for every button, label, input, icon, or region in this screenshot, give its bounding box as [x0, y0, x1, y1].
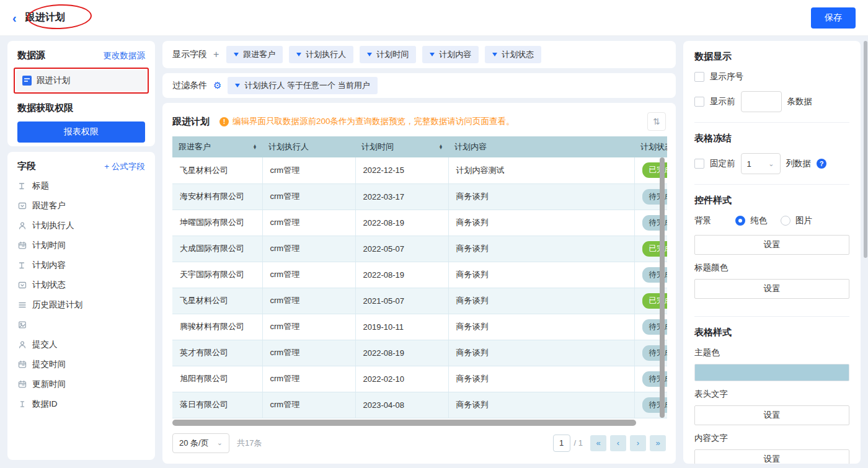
page-title: 跟进计划: [25, 11, 65, 24]
person-icon: [17, 221, 27, 231]
display-field-chip[interactable]: 计划内容: [422, 46, 479, 63]
field-item[interactable]: 数据ID: [17, 394, 145, 414]
column-header[interactable]: 计划内容: [448, 136, 634, 157]
sort-icon[interactable]: ⇅: [647, 112, 666, 131]
table-cell: 2019-10-11: [355, 314, 448, 340]
next-page-button[interactable]: ›: [630, 435, 646, 451]
freeze-checkbox[interactable]: [694, 159, 704, 169]
select-icon: [17, 201, 27, 211]
field-item[interactable]: 跟进客户: [17, 196, 145, 216]
field-item-label: 计划内容: [32, 260, 66, 271]
add-formula-field-link[interactable]: + 公式字段: [104, 161, 145, 172]
total-count: 共17条: [237, 438, 262, 449]
column-header-label: 计划执行人: [268, 141, 309, 152]
table-cell: crm管理: [262, 157, 355, 183]
header-text-set-button[interactable]: 设置: [694, 405, 849, 425]
display-field-chip[interactable]: 计划执行人: [289, 46, 353, 63]
freeze-count-select[interactable]: 1 ⌄: [741, 153, 781, 174]
table-cell: 英才有限公司: [172, 340, 262, 366]
page-number-input[interactable]: [553, 435, 570, 452]
page-size-value: 20 条/页: [179, 438, 209, 449]
display-field-chip-label: 计划时间: [376, 49, 409, 60]
gear-icon[interactable]: ⚙: [213, 80, 221, 91]
prev-page-button[interactable]: ‹: [610, 435, 626, 451]
filter-condition-chip[interactable]: 计划执行人 等于任意一个 当前用户: [228, 77, 377, 94]
field-item-label: 跟进客户: [32, 200, 66, 211]
calendar-icon: [17, 380, 27, 389]
field-item[interactable]: 标题: [17, 176, 145, 196]
first-page-button[interactable]: «: [590, 435, 606, 451]
column-header-label: 计划内容: [454, 141, 487, 152]
table-cell: 2022-08-19: [355, 340, 448, 366]
show-index-checkbox[interactable]: [694, 72, 704, 82]
table-cell: 商务谈判: [448, 366, 634, 392]
id-icon: [17, 400, 27, 409]
change-datasource-link[interactable]: 更改数据源: [104, 50, 146, 61]
show-first-suffix: 条数据: [787, 96, 813, 107]
column-header-label: 计划时间: [361, 141, 394, 152]
field-item[interactable]: 提交人: [17, 335, 145, 355]
table-cell: 2022-03-17: [355, 183, 448, 210]
table-row: 英才有限公司crm管理2022-08-19商务谈判待完成: [172, 340, 667, 366]
column-header[interactable]: 计划状态: [634, 136, 667, 157]
table-cell: 坤曜国际有限公司: [172, 210, 262, 236]
report-permission-button[interactable]: 报表权限: [17, 121, 145, 143]
window-scrollbar[interactable]: [864, 41, 867, 258]
display-field-chip[interactable]: 计划时间: [360, 46, 416, 63]
theme-color-swatch[interactable]: [694, 364, 849, 381]
table-cell: crm管理: [262, 262, 355, 288]
widget-style-title: 控件样式: [694, 195, 849, 206]
content-text-set-button[interactable]: 设置: [694, 449, 849, 464]
chevron-down-icon: [234, 53, 239, 56]
warning-icon: !: [219, 117, 229, 126]
sort-arrows-icon[interactable]: ▴▾: [254, 144, 256, 150]
table-cell: 商务谈判: [448, 183, 634, 210]
field-item[interactable]: 提交时间: [17, 355, 145, 374]
table-cell: 2023-04-08: [355, 392, 448, 418]
field-item[interactable]: 计划内容: [17, 255, 145, 275]
field-item[interactable]: 计划执行人: [17, 216, 145, 236]
title-color-set-button[interactable]: 设置: [694, 279, 849, 299]
image-radio[interactable]: [781, 216, 790, 226]
background-set-button[interactable]: 设置: [694, 235, 849, 255]
sort-arrows-icon[interactable]: ▴▾: [440, 144, 442, 150]
column-header[interactable]: 计划时间▴▾: [355, 136, 448, 157]
table-cell: crm管理: [262, 236, 355, 262]
field-item-label: 标题: [32, 180, 49, 192]
page-size-select[interactable]: 20 条/页 ⌄: [172, 433, 229, 453]
person-icon: [17, 340, 27, 350]
table-cell: 2022-08-19: [355, 210, 448, 236]
datasource-card: 数据源 更改数据源 跟进计划 数据获取权限 报表权限: [7, 41, 155, 146]
table-row: 飞星材料公司crm管理2022-12-15计划内容测试已完成: [172, 157, 667, 183]
table-cell: 2022-05-07: [355, 236, 448, 262]
field-item-label: 计划执行人: [32, 220, 74, 231]
column-header[interactable]: 跟进客户▴▾: [172, 136, 262, 157]
field-item-label: 提交时间: [32, 359, 66, 370]
field-item[interactable]: 计划状态: [17, 275, 145, 295]
field-item[interactable]: [17, 315, 145, 335]
display-field-chip[interactable]: 计划状态: [485, 46, 541, 63]
last-page-button[interactable]: »: [650, 435, 666, 451]
save-button[interactable]: 保存: [811, 7, 856, 29]
table-cell: 商务谈判: [448, 392, 634, 418]
back-icon[interactable]: ‹: [12, 12, 17, 24]
horizontal-scrollbar[interactable]: [172, 420, 636, 426]
solid-color-radio[interactable]: [735, 216, 745, 226]
list-icon: [17, 301, 27, 310]
show-first-prefix: 显示前: [710, 96, 735, 107]
field-item[interactable]: 历史跟进计划: [17, 295, 145, 315]
column-header[interactable]: 计划执行人: [262, 136, 355, 157]
fields-title: 字段: [17, 161, 36, 172]
field-item[interactable]: 更新时间: [17, 374, 145, 394]
datasource-item[interactable]: 跟进计划: [16, 70, 146, 91]
title-color-label: 标题颜色: [694, 262, 849, 273]
show-first-count-input[interactable]: [741, 91, 782, 112]
field-item[interactable]: 计划时间: [17, 236, 145, 255]
help-icon[interactable]: ?: [817, 159, 826, 169]
add-field-icon[interactable]: +: [213, 49, 219, 60]
top-header: ‹ 跟进计划 保存: [0, 0, 868, 36]
display-field-chip[interactable]: 跟进客户: [226, 46, 283, 63]
show-first-checkbox[interactable]: [694, 97, 704, 107]
field-item-label: 历史跟进计划: [32, 299, 82, 311]
vertical-scrollbar[interactable]: [660, 157, 665, 418]
